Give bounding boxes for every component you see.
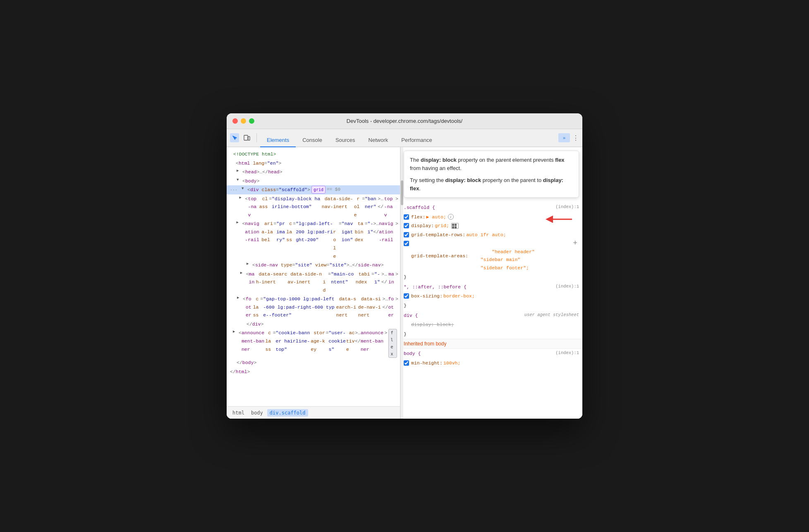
- grid-areas-checkbox[interactable]: [404, 241, 409, 246]
- window-title: DevTools - developer.chrome.com/tags/dev…: [347, 118, 462, 124]
- inherited-from-text: Inherited from: [404, 341, 434, 347]
- expand-icon[interactable]: ▶: [237, 295, 242, 301]
- style-rule-body: (index):1 body {: [400, 349, 582, 359]
- expand-icon[interactable]: ▶: [237, 168, 242, 174]
- tooltip-popup: The display: block property on the paren…: [404, 151, 579, 198]
- style-selector-body[interactable]: body {: [404, 351, 421, 356]
- tree-line[interactable]: ▶ <announcement-banner class="cookie-ban…: [227, 328, 400, 358]
- maximize-button[interactable]: [249, 118, 254, 124]
- html-tree: <!DOCTYPE html> <html lang="en"> ▶: [227, 147, 400, 406]
- svg-rect-1: [248, 137, 250, 140]
- breadcrumb: html body div.scaffold: [227, 406, 400, 419]
- tree-line[interactable]: </body>: [227, 358, 400, 367]
- info-icon[interactable]: i: [448, 214, 454, 220]
- expand-icon[interactable]: ▶: [247, 261, 251, 267]
- grid-badge[interactable]: grid: [311, 186, 326, 194]
- tree-line[interactable]: <html lang="en">: [227, 159, 400, 168]
- expand-icon[interactable]: ▼: [242, 186, 247, 192]
- kebab-menu-button[interactable]: ⋮: [572, 134, 579, 142]
- dollar-zero: == $0: [327, 186, 340, 194]
- tree-line[interactable]: ▶ <side-nav type="site" view="site">…</s…: [227, 261, 400, 270]
- breadcrumb-html[interactable]: html: [230, 409, 247, 417]
- tree-line[interactable]: ▶ <head>…</head>: [227, 168, 400, 177]
- expand-icon[interactable]: ▶: [236, 220, 241, 226]
- more-tabs-button[interactable]: »: [558, 133, 570, 142]
- display-checkbox[interactable]: [404, 223, 409, 228]
- style-rule-scaffold: (index):1 .scaffold {: [400, 203, 582, 213]
- tab-sources[interactable]: Sources: [329, 134, 362, 147]
- style-source[interactable]: (index):1: [555, 204, 579, 211]
- tree-line[interactable]: ▼ <body>: [227, 177, 400, 186]
- style-prop-min-height: min-height: 100vh;: [400, 359, 582, 368]
- style-selector[interactable]: .scaffold {: [404, 205, 435, 210]
- tree-line[interactable]: </div>: [227, 320, 400, 329]
- style-prop-flex: flex: ▶ auto; i: [400, 213, 582, 222]
- tooltip-line1: The display: block property on the paren…: [410, 156, 573, 172]
- tab-performance[interactable]: Performance: [395, 134, 438, 147]
- expand-icon[interactable]: ▶: [240, 270, 245, 276]
- titlebar: DevTools - developer.chrome.com/tags/dev…: [227, 113, 582, 129]
- devtools-tabs: Elements Console Sources Network Perform…: [260, 129, 439, 146]
- toolbar-icons: [230, 133, 257, 142]
- tree-line[interactable]: ▶ <footer class="gap-top-1000 lg:pad-lef…: [227, 295, 400, 320]
- style-rule-universal: (index):1 *, ::after, ::before {: [400, 282, 582, 292]
- expand-icon[interactable]: ▶: [239, 195, 244, 201]
- flex-checkbox[interactable]: [404, 214, 409, 220]
- style-rule-close-brace2: }: [400, 301, 582, 311]
- doctype-text: <!DOCTYPE html>: [233, 150, 276, 158]
- breadcrumb-div-scaffold[interactable]: div.scaffold: [267, 409, 308, 417]
- min-height-checkbox[interactable]: [404, 360, 409, 366]
- tree-line[interactable]: ▶ <main data-search-inert data-side-nav-…: [227, 270, 400, 295]
- elements-panel: <!DOCTYPE html> <html lang="en"> ▶: [227, 147, 400, 419]
- tab-elements[interactable]: Elements: [260, 134, 296, 147]
- box-sizing-checkbox[interactable]: [404, 293, 409, 299]
- tree-line[interactable]: </html>: [227, 367, 400, 376]
- grid-rows-checkbox[interactable]: [404, 232, 409, 237]
- style-source-body[interactable]: (index):1: [555, 350, 579, 357]
- red-arrow: [541, 212, 574, 227]
- style-rule-close-brace: }: [400, 272, 582, 282]
- style-rule-close-brace3: }: [400, 329, 582, 339]
- devtools-toolbar: Elements Console Sources Network Perform…: [227, 129, 582, 147]
- ua-label: user agent stylesheet: [524, 312, 579, 319]
- tree-line[interactable]: ▶ <navigation-rail aria-label="primary" …: [227, 219, 400, 261]
- devtools-window: DevTools - developer.chrome.com/tags/dev…: [227, 113, 582, 419]
- grid-icon: [451, 223, 459, 229]
- cursor-icon[interactable]: [230, 133, 239, 142]
- style-prop-grid-areas: grid-template-areas: "header header" "si…: [400, 239, 582, 272]
- style-prop-display-block-ua: display: block;: [400, 320, 582, 329]
- devtools-panel: Elements Console Sources Network Perform…: [227, 129, 582, 419]
- tree-line[interactable]: <!DOCTYPE html>: [227, 150, 400, 159]
- device-toggle-icon[interactable]: [242, 133, 251, 142]
- minimize-button[interactable]: [241, 118, 246, 124]
- tab-network[interactable]: Network: [362, 134, 395, 147]
- expand-icon[interactable]: ▶: [233, 329, 238, 335]
- traffic-lights: [232, 118, 254, 124]
- style-selector-div[interactable]: div {: [404, 313, 418, 318]
- tree-line-scaffold[interactable]: ... ▼ <div class="scaffold"> grid == $0: [227, 185, 400, 194]
- toolbar-more: » ⋮: [558, 133, 579, 142]
- svg-rect-0: [244, 135, 248, 140]
- scrollbar-track[interactable]: [400, 147, 403, 419]
- styles-panel: The display: block property on the paren…: [400, 147, 582, 419]
- inherited-label: Inherited from body: [400, 339, 582, 349]
- tab-console[interactable]: Console: [296, 134, 329, 147]
- close-button[interactable]: [232, 118, 238, 124]
- style-prop-box-sizing: box-sizing: border-box;: [400, 292, 582, 301]
- style-prop-grid-rows: grid-template-rows: auto 1fr auto;: [400, 230, 582, 240]
- left-panel-wrapper: <!DOCTYPE html> <html lang="en"> ▶: [227, 147, 400, 419]
- breadcrumb-body[interactable]: body: [249, 409, 266, 417]
- style-rule-div-ua: user agent stylesheet div {: [400, 311, 582, 321]
- add-property-button[interactable]: +: [573, 240, 577, 247]
- style-selector-2[interactable]: *, ::after, ::before {: [404, 284, 467, 290]
- inherited-element[interactable]: body: [436, 341, 446, 347]
- tree-line[interactable]: ▶ <top-nav class="display-block hairline…: [227, 194, 400, 220]
- styles-content: (index):1 .scaffold { flex: ▶ auto; i: [400, 201, 582, 419]
- content-area: <!DOCTYPE html> <html lang="en"> ▶: [227, 147, 582, 419]
- scrollbar-thumb[interactable]: [401, 180, 403, 205]
- style-source[interactable]: (index):1: [555, 283, 579, 290]
- flex-badge[interactable]: flex: [388, 329, 397, 358]
- expand-icon[interactable]: ▼: [237, 177, 242, 183]
- tooltip-line2: Try setting the display: block property …: [410, 176, 573, 192]
